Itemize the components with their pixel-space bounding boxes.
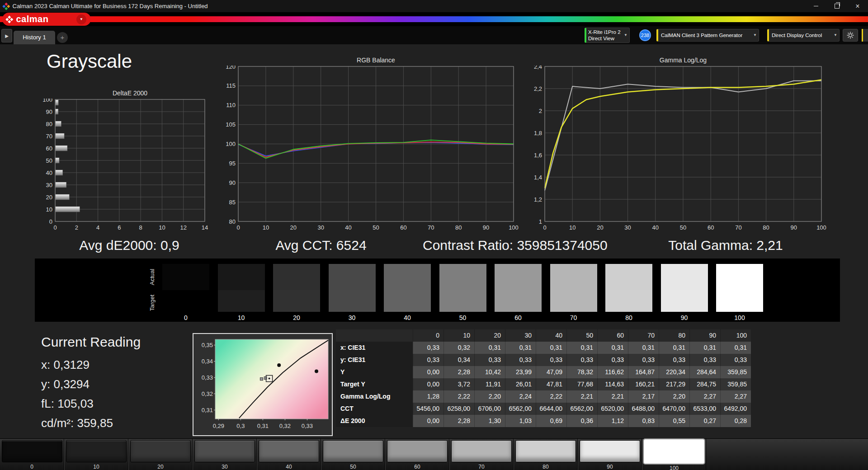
swatch-label: 10 [218, 314, 265, 321]
pattern-slot-90: 90 [578, 439, 642, 470]
table-cell: 0,33 [505, 354, 536, 366]
swatch-target [218, 290, 265, 312]
pattern-slot-50: 50 [321, 439, 385, 470]
rgb-balance-chart-panel: RGB Balance01020304050607080901008085909… [222, 56, 529, 234]
deltae-chart-title: DeltaE 2000 [55, 89, 205, 99]
svg-text:115: 115 [226, 82, 236, 89]
close-button[interactable]: × [847, 0, 868, 12]
swatch-target [162, 290, 209, 312]
svg-text:85: 85 [229, 199, 236, 206]
svg-text:80: 80 [229, 218, 236, 225]
pattern-button-70[interactable] [451, 440, 512, 462]
pattern-button-20[interactable] [130, 440, 191, 462]
svg-text:2: 2 [539, 108, 542, 114]
swatch-patch [384, 264, 431, 312]
history-nav-button[interactable]: ▶ [1, 29, 12, 42]
swatch-target [661, 290, 708, 312]
meter-status-badge[interactable]: 238 [639, 29, 651, 41]
meter-dropdown[interactable]: X-Rite i1Pro 2 Direct View ▼ [585, 28, 630, 43]
table-cell: 2,24 [505, 390, 536, 403]
pattern-button-50[interactable] [323, 440, 383, 462]
table-cell: 0,27 [689, 415, 720, 427]
pattern-button-0[interactable] [2, 440, 62, 462]
svg-text:0: 0 [53, 224, 57, 231]
table-cell: 0,00 [413, 366, 443, 378]
minimize-icon [814, 6, 818, 6]
minimize-button[interactable] [806, 0, 826, 12]
pattern-button-90[interactable] [580, 440, 640, 462]
settings-button[interactable] [843, 29, 858, 42]
svg-text:10: 10 [569, 224, 576, 231]
swatch-label: 30 [329, 314, 376, 321]
table-cell: 6492,00 [720, 403, 751, 415]
table-cell: 2,22 [443, 390, 474, 403]
pattern-button-10[interactable] [66, 440, 127, 462]
table-column-header: 0 [413, 329, 443, 342]
swatch-label: 60 [495, 314, 542, 321]
tab-history-1[interactable]: History 1 [14, 31, 55, 44]
table-row-label: ΔE 2000 [336, 415, 413, 427]
table-cell: 0,31 [536, 342, 566, 354]
pattern-button-100[interactable] [644, 439, 704, 464]
table-cell: 2,20 [474, 390, 505, 403]
swatch-target [550, 290, 597, 312]
swatch-70: 70 [550, 264, 597, 321]
table-row-x-cie31: x: CIE310,330,320,310,310,310,310,310,31… [336, 342, 751, 354]
swatch-patch [550, 264, 597, 312]
table-row-gamma-log-log: Gamma Log/Log1,282,222,202,242,222,212,2… [336, 390, 751, 403]
svg-text:100: 100 [226, 141, 236, 147]
table-cell: 0,83 [628, 415, 659, 427]
swatch-patch [495, 264, 542, 312]
table-column-header: 20 [474, 329, 505, 342]
pattern-generator-dropdown[interactable]: CalMAN Client 3 Pattern Generator ▼ [656, 29, 759, 42]
pattern-button-30[interactable] [194, 440, 255, 462]
pattern-label: 0 [0, 464, 64, 470]
deltae-chart-panel: DeltaE 200002468101214010203040506070809… [39, 89, 220, 235]
table-cell: 0,31 [505, 342, 536, 354]
table-cell: 2,28 [443, 366, 474, 378]
table-cell: 23,99 [505, 366, 536, 378]
svg-text:60: 60 [708, 224, 714, 231]
current-reading-line-0: x: 0,3129 [41, 358, 113, 377]
table-row--e-2000: ΔE 20000,002,281,301,030,690,361,120,830… [336, 415, 751, 427]
add-tab-button[interactable]: + [57, 32, 68, 43]
window-title: Calman 2023 Calman Ultimate for Business… [13, 3, 208, 9]
pattern-label: 100 [642, 465, 706, 470]
page-title: Grayscale [47, 51, 132, 72]
pattern-label: 50 [321, 464, 385, 470]
pattern-slot-40: 40 [257, 439, 321, 470]
table-cell: 26,01 [505, 378, 536, 390]
table-row-label: Gamma Log/Log [336, 390, 413, 403]
svg-text:20: 20 [597, 224, 603, 231]
cie-chart-panel: 0,350,340,330,320,310,290,30,310,320,33 [193, 333, 333, 436]
swatch-actual [661, 264, 708, 290]
pattern-label: 30 [193, 464, 256, 470]
svg-text:1,2: 1,2 [534, 196, 542, 203]
table-cell: 1,28 [413, 390, 443, 403]
display-control-dropdown[interactable]: Direct Display Control ▼ [767, 29, 840, 42]
table-cell: 5456,00 [413, 403, 443, 415]
svg-text:0,29: 0,29 [213, 423, 224, 429]
svg-text:30: 30 [46, 182, 52, 188]
swatch-patch [605, 264, 652, 312]
table-cell: 6470,00 [659, 403, 689, 415]
svg-text:0,33: 0,33 [302, 423, 313, 429]
swatch-100: 100 [716, 264, 763, 321]
table-cell: 0,33 [474, 354, 505, 366]
pattern-button-80[interactable] [515, 440, 576, 462]
table-column-header: 50 [566, 329, 597, 342]
swatch-30: 30 [329, 264, 376, 321]
maximize-button[interactable] [826, 0, 847, 12]
pattern-slot-10: 10 [64, 439, 128, 470]
table-cell: 2,17 [628, 390, 659, 403]
table-cell: 116,62 [597, 366, 628, 378]
pattern-button-60[interactable] [387, 440, 448, 462]
calman-menu-button[interactable]: calman ▼ [2, 13, 91, 26]
swatch-10: 10 [218, 264, 265, 321]
pattern-generator-label: CalMAN Client 3 Pattern Generator [661, 33, 742, 38]
pattern-button-40[interactable] [259, 440, 319, 462]
svg-text:95: 95 [229, 160, 236, 167]
calman-logo-icon [6, 15, 13, 23]
svg-text:80: 80 [46, 121, 52, 127]
table-header-row: 0102030405060708090100 [336, 329, 751, 342]
